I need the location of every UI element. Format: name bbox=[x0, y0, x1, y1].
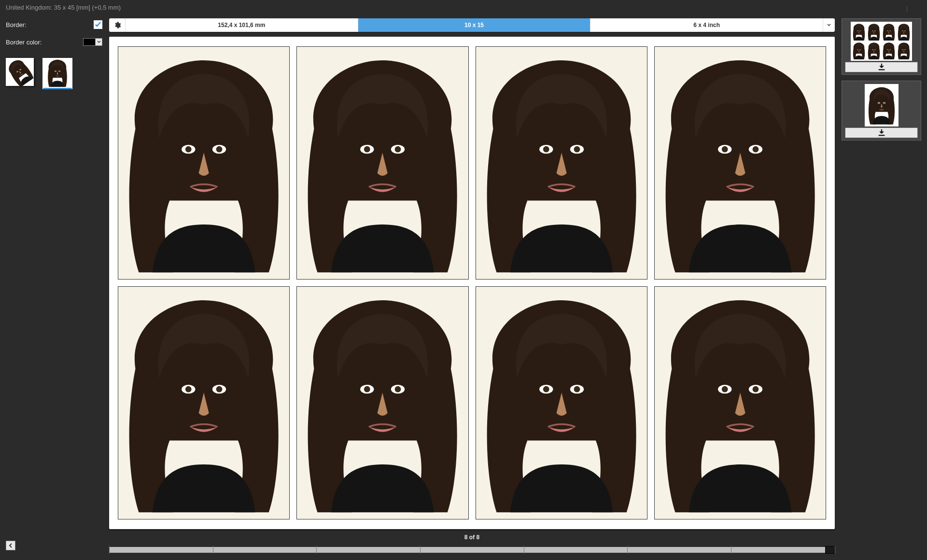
prev-page-button[interactable] bbox=[6, 541, 15, 550]
passport-photo bbox=[867, 23, 881, 41]
border-checkbox[interactable] bbox=[94, 20, 102, 29]
passport-photo bbox=[867, 42, 881, 59]
photo-tile[interactable] bbox=[118, 286, 290, 519]
download-icon bbox=[877, 63, 886, 71]
photo-tile[interactable] bbox=[118, 46, 290, 280]
passport-photo bbox=[655, 47, 826, 279]
face-thumb-icon bbox=[1, 54, 38, 90]
border-label: Border: bbox=[6, 21, 94, 28]
border-color-label: Border color: bbox=[6, 39, 83, 46]
check-icon bbox=[95, 21, 101, 28]
chevron-left-icon bbox=[8, 543, 13, 548]
crop-preview-thumb[interactable] bbox=[42, 58, 72, 89]
gear-icon bbox=[113, 21, 121, 29]
passport-photo bbox=[118, 287, 289, 519]
caret-down-icon bbox=[827, 23, 831, 27]
passport-photo bbox=[476, 47, 647, 279]
size-option-2[interactable]: 6 x 4 inch bbox=[590, 18, 823, 32]
slider-track bbox=[109, 547, 835, 553]
passport-photo bbox=[118, 47, 289, 279]
download-sheet-button[interactable] bbox=[845, 62, 918, 72]
sheet-preview bbox=[851, 22, 912, 61]
print-sheet bbox=[109, 37, 835, 529]
size-option-1[interactable]: 10 x 15 bbox=[358, 18, 591, 32]
photo-tile[interactable] bbox=[296, 46, 468, 280]
caret-down-icon bbox=[95, 39, 102, 45]
slider-handle[interactable] bbox=[825, 546, 835, 554]
face-thumb-icon bbox=[43, 59, 71, 87]
single-preview bbox=[865, 84, 899, 126]
passport-photo bbox=[867, 86, 897, 125]
passport-photo bbox=[852, 42, 866, 59]
print-settings-button[interactable] bbox=[109, 18, 126, 32]
passport-photo bbox=[897, 23, 911, 41]
count-status: 8 of 8 bbox=[109, 534, 835, 541]
photo-tile[interactable] bbox=[654, 46, 826, 280]
export-single-card bbox=[842, 81, 921, 140]
passport-photo bbox=[882, 23, 896, 41]
passport-photo bbox=[882, 42, 896, 59]
passport-photo bbox=[852, 23, 866, 41]
photo-tile[interactable] bbox=[476, 46, 647, 280]
passport-photo bbox=[655, 287, 826, 519]
photo-tile[interactable] bbox=[654, 286, 826, 519]
size-option-0[interactable]: 152,4 x 101,6 mm bbox=[126, 18, 358, 32]
color-swatch bbox=[84, 39, 95, 45]
count-slider[interactable] bbox=[109, 546, 835, 554]
download-single-button[interactable] bbox=[845, 127, 918, 138]
border-color-select[interactable] bbox=[83, 38, 102, 46]
titlebar: United Kingdom: 35 x 45 [mm] (+0,5 mm) S… bbox=[0, 0, 927, 14]
download-icon bbox=[877, 128, 886, 137]
passport-photo bbox=[297, 47, 468, 279]
photo-tile[interactable] bbox=[296, 286, 468, 519]
passport-photo bbox=[297, 287, 468, 519]
print-size-bar: 152,4 x 101,6 mm 10 x 15 6 x 4 inch bbox=[109, 18, 835, 32]
passport-photo bbox=[897, 42, 911, 59]
window-title: United Kingdom: 35 x 45 [mm] (+0,5 mm) bbox=[6, 4, 121, 11]
left-panel: Border: Border color: bbox=[6, 18, 102, 554]
source-image-thumb[interactable] bbox=[6, 58, 34, 86]
passport-photo bbox=[476, 287, 647, 519]
center-panel: 152,4 x 101,6 mm 10 x 15 6 x 4 inch 8 of… bbox=[109, 18, 835, 554]
size-more-button[interactable] bbox=[823, 18, 835, 32]
export-sheet-card bbox=[842, 18, 921, 75]
right-panel bbox=[842, 18, 921, 554]
photo-tile[interactable] bbox=[476, 286, 647, 519]
